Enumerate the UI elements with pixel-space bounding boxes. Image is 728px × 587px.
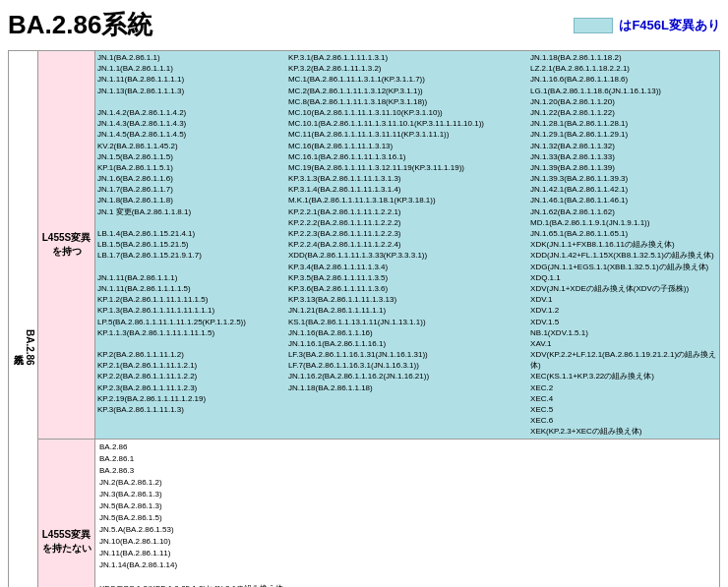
page-title: BA.2.86系統	[8, 8, 152, 42]
col1-cell: JN.1(BA.2.86.1.1) JN.1.1(BA.2.86.1.1.1) …	[95, 51, 286, 439]
with-l455s-header: L455S変異を持つ	[38, 51, 95, 440]
with-l455s-row: BA.2.86系統 L455S変異を持つ JN.1(BA.2.86.1.1) J…	[9, 51, 720, 440]
with-l455s-inner: JN.1(BA.2.86.1.1) JN.1.1(BA.2.86.1.1.1) …	[95, 51, 719, 439]
legend-text: はF456L変異あり	[619, 17, 720, 34]
with-l455s-content: JN.1(BA.2.86.1.1) JN.1.1(BA.2.86.1.1.1) …	[95, 51, 720, 440]
legend-color-box	[574, 18, 613, 33]
main-row-header: BA.2.86系統	[9, 51, 38, 588]
col3-cell: JN.1.18(BA.2.86.1.1.18.2) LZ.2.1(BA.2.86…	[528, 51, 719, 439]
page-container: BA.2.86系統 はF456L変異あり BA.2.86系統 L455S変異を持…	[0, 0, 728, 587]
main-table: BA.2.86系統 L455S変異を持つ JN.1(BA.2.86.1.1) J…	[8, 50, 720, 587]
without-l455s-header: L455S変異を持たない	[38, 439, 95, 587]
legend: はF456L変異あり	[574, 17, 720, 34]
col2-cell: KP.3.1(BA.2.86.1.1.11.1.3.1) KP.3.2(BA.2…	[286, 51, 528, 439]
without-l455s-content: BA.2.86 BA.2.86.1 BA.2.86.3 JN.2(BA.2.86…	[95, 439, 720, 587]
header: BA.2.86系統 はF456L変異あり	[8, 8, 720, 42]
without-l455s-row: L455S変異を持たない BA.2.86 BA.2.86.1 BA.2.86.3…	[9, 439, 720, 587]
